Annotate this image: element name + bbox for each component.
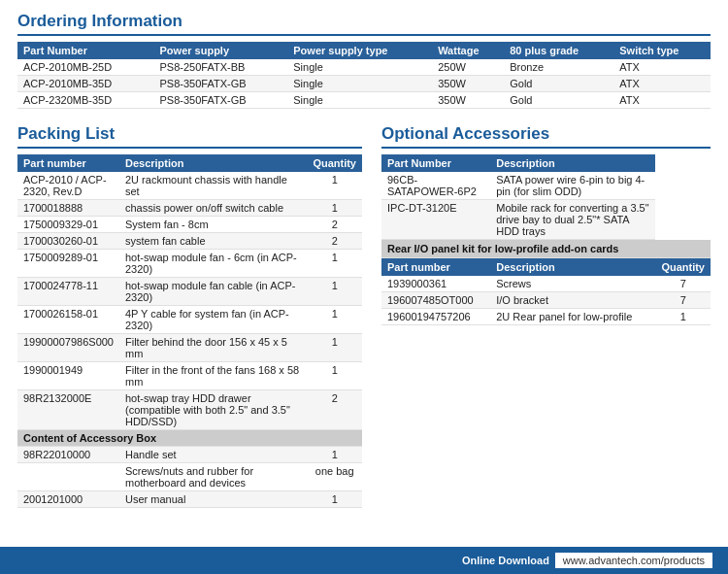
packing-cell: 98R2132000E <box>17 390 119 430</box>
optional-row: 96CB-SATAPOWER-6P2SATA power wire 6-pin … <box>381 172 711 200</box>
optional-sub-col: Quantity <box>655 258 711 277</box>
packing-cell: 2 <box>307 390 362 430</box>
optional-sub-cell: Screws <box>490 276 655 292</box>
ordering-cell: Bronze <box>504 59 613 76</box>
ordering-col-partnumber: Part Number <box>17 42 154 59</box>
optional-sub-cell: 2U Rear panel for low-profile <box>490 309 655 325</box>
packing-cell: 1 <box>307 362 362 390</box>
packing-cell: hot-swap module fan - 6cm (in ACP-2320) <box>119 250 307 278</box>
packing-cell: 19900007986S000 <box>17 334 119 362</box>
ordering-cell: Single <box>287 76 432 92</box>
packing-col-qty: Quantity <box>307 154 362 172</box>
ordering-cell: PS8-350FATX-GB <box>154 92 288 109</box>
packing-cell: 1700018888 <box>17 200 119 217</box>
optional-cell: Mobile rack for converting a 3.5" drive … <box>490 200 655 240</box>
packing-cell: system fan cable <box>119 233 307 250</box>
optional-sub-header: Rear I/O panel kit for low-profile add-o… <box>381 240 711 258</box>
ordering-col-switchtype: Switch type <box>613 42 711 59</box>
packing-cell: System fan - 8cm <box>119 217 307 233</box>
packing-cell: 1990001949 <box>17 362 119 390</box>
packing-row: 1750009329-01System fan - 8cm2 <box>17 217 362 233</box>
ordering-cell: 250W <box>432 59 504 76</box>
optional-sub-cell: I/O bracket <box>490 292 655 309</box>
ordering-cell: ATX <box>613 76 711 92</box>
optional-section: Optional Accessories Part Number Descrip… <box>381 124 711 333</box>
packing-cell: 1750009289-01 <box>17 250 119 278</box>
packing-sub-cell: one bag <box>307 463 362 491</box>
ordering-cell: ATX <box>613 92 711 109</box>
ordering-cell: Single <box>287 59 432 76</box>
optional-col-desc: Description <box>490 154 655 172</box>
packing-col-desc: Description <box>119 154 307 172</box>
optional-sub-col: Part number <box>381 258 490 277</box>
ordering-cell: Single <box>287 92 432 109</box>
optional-sub-row: 196007485OT000I/O bracket7 <box>381 292 711 309</box>
packing-cell: 1 <box>307 200 362 217</box>
ordering-cell: Gold <box>504 92 613 109</box>
packing-sub-cell: Screws/nuts and rubber for motherboard a… <box>119 463 307 491</box>
ordering-cell: ACP-2010MB-25D <box>17 59 154 76</box>
optional-title: Optional Accessories <box>381 124 711 149</box>
optional-sub-cell: 7 <box>655 292 711 309</box>
packing-cell: 4P Y cable for system fan (in ACP-2320) <box>119 306 307 334</box>
ordering-row: ACP-2320MB-35DPS8-350FATX-GBSingle350WGo… <box>17 92 711 109</box>
ordering-cell: 350W <box>432 76 504 92</box>
packing-cell: ACP-2010 / ACP-2320, Rev.D <box>17 172 119 200</box>
packing-sub-cell: Handle set <box>119 447 307 463</box>
packing-row: 1700026158-014P Y cable for system fan (… <box>17 306 362 334</box>
packing-cell: 1 <box>307 172 362 200</box>
packing-cell: 1750009329-01 <box>17 217 119 233</box>
packing-sub-cell: User manual <box>119 491 307 508</box>
packing-sub-cell: 1 <box>307 447 362 463</box>
packing-sub-cell: 2001201000 <box>17 491 119 508</box>
optional-header-row: Part Number Description <box>381 154 711 172</box>
ordering-col-80plus: 80 plus grade <box>504 42 613 59</box>
packing-cell: 1 <box>307 306 362 334</box>
packing-sub-cell <box>17 463 119 491</box>
packing-row: 1750009289-01hot-swap module fan - 6cm (… <box>17 250 362 278</box>
packing-cell: Filter in the front of the fans 168 x 58… <box>119 362 307 390</box>
footer-label: Online Download <box>462 555 549 566</box>
ordering-cell: ACP-2010MB-35D <box>17 76 154 92</box>
packing-sub-row: Screws/nuts and rubber for motherboard a… <box>17 463 362 491</box>
packing-row: 1990001949Filter in the front of the fan… <box>17 362 362 390</box>
optional-table: Part Number Description 96CB-SATAPOWER-6… <box>381 154 711 325</box>
packing-row: 1700024778-11hot-swap module fan cable (… <box>17 278 362 306</box>
optional-cell: 96CB-SATAPOWER-6P2 <box>381 172 490 200</box>
packing-cell: 1 <box>307 278 362 306</box>
optional-sub-col-header: Part numberDescriptionQuantity <box>381 258 711 277</box>
packing-cell: 2 <box>307 217 362 233</box>
optional-cell: IPC-DT-3120E <box>381 200 490 240</box>
packing-sub-header: Content of Accessory Box <box>17 430 362 447</box>
optional-sub-cell: 196007485OT000 <box>381 292 490 309</box>
ordering-table: Part Number Power supply Power supply ty… <box>17 42 711 109</box>
packing-sub-row: 2001201000User manual1 <box>17 491 362 508</box>
packing-row: 19900007986S000Filter behind the door 15… <box>17 334 362 362</box>
packing-cell: 1 <box>307 334 362 362</box>
ordering-header-row: Part Number Power supply Power supply ty… <box>17 42 711 59</box>
packing-cell: 1700026158-01 <box>17 306 119 334</box>
ordering-cell: PS8-250FATX-BB <box>154 59 288 76</box>
ordering-col-supplytype: Power supply type <box>287 42 432 59</box>
footer-bar: Online Download www.advantech.com/produc… <box>0 547 728 574</box>
packing-row: 1700018888chassis power on/off switch ca… <box>17 200 362 217</box>
packing-section: Packing List Part number Description Qua… <box>17 124 362 516</box>
optional-sub-cell: 19600194757206 <box>381 309 490 325</box>
footer-url: www.advantech.com/products <box>555 553 712 568</box>
optional-sub-cell: 1 <box>655 309 711 325</box>
packing-cell: 1700030260-01 <box>17 233 119 250</box>
ordering-col-powersupply: Power supply <box>154 42 288 59</box>
ordering-cell: ATX <box>613 59 711 76</box>
optional-sub-row: 1939000361Screws7 <box>381 276 711 292</box>
optional-cell: SATA power wire 6-pin to big 4-pin (for … <box>490 172 655 200</box>
packing-cell: chassis power on/off switch cable <box>119 200 307 217</box>
packing-col-part: Part number <box>17 154 119 172</box>
packing-sub-row: 98R22010000Handle set1 <box>17 447 362 463</box>
ordering-row: ACP-2010MB-25DPS8-250FATX-BBSingle250WBr… <box>17 59 711 76</box>
packing-header-row: Part number Description Quantity <box>17 154 362 172</box>
packing-cell: 1 <box>307 250 362 278</box>
optional-sub-cell: 7 <box>655 276 711 292</box>
packing-sub-cell: 1 <box>307 491 362 508</box>
packing-row: ACP-2010 / ACP-2320, Rev.D2U rackmount c… <box>17 172 362 200</box>
ordering-cell: Gold <box>504 76 613 92</box>
